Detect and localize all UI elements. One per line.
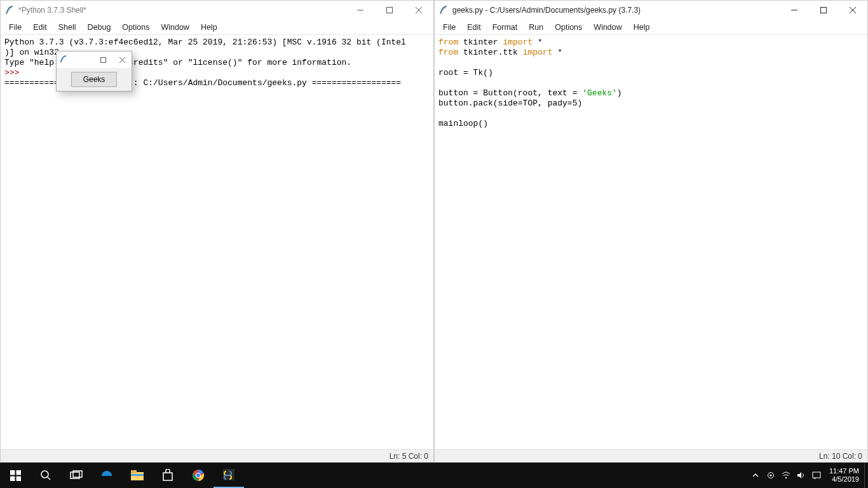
task-view-button[interactable]: [61, 463, 92, 488]
geeks-button[interactable]: Geeks: [71, 72, 118, 87]
shell-menu-debug[interactable]: Debug: [82, 21, 117, 34]
kw-import: import: [523, 48, 553, 57]
code-text: tkinter.ttk: [458, 48, 522, 57]
editor-menu-help[interactable]: Help: [628, 21, 656, 34]
kw-from: from: [438, 48, 458, 57]
code-text: *: [532, 37, 543, 47]
tk-body: Geeks: [57, 68, 132, 91]
python-idle-icon: [438, 5, 449, 15]
svg-point-15: [41, 471, 48, 478]
minimize-button[interactable]: [780, 1, 809, 20]
svg-rect-14: [16, 476, 20, 480]
taskbar[interactable]: 11:47 PM 4/5/2019: [0, 463, 868, 488]
svg-rect-30: [813, 472, 820, 478]
shell-menu-file[interactable]: File: [3, 21, 27, 34]
shell-menu-options[interactable]: Options: [116, 21, 155, 34]
editor-menubar: File Edit Format Run Options Window Help: [435, 20, 867, 35]
code-line: mainloop(): [438, 119, 488, 128]
editor-statusbar: Ln: 10 Col: 0: [435, 449, 867, 462]
taskbar-clock[interactable]: 11:47 PM 4/5/2019: [824, 467, 864, 484]
tk-close-button[interactable]: [112, 52, 132, 67]
editor-menu-file[interactable]: File: [437, 21, 461, 34]
editor-title: geeks.py - C:/Users/Admin/Documents/geek…: [452, 6, 780, 15]
tk-window[interactable]: Geeks: [56, 51, 132, 92]
search-button[interactable]: [31, 463, 61, 488]
show-desktop-button[interactable]: [864, 463, 868, 488]
start-button[interactable]: [0, 463, 31, 488]
shell-line-3a: Type "help: [4, 58, 54, 67]
edge-taskbar-icon[interactable]: [92, 463, 122, 488]
shell-window-controls: [346, 1, 433, 20]
tk-maximize-button[interactable]: [93, 52, 112, 67]
close-button[interactable]: [404, 1, 433, 20]
svg-rect-20: [131, 470, 137, 473]
svg-rect-22: [163, 473, 172, 480]
store-taskbar-icon[interactable]: [153, 463, 183, 488]
tk-feather-icon: [59, 55, 69, 65]
tk-titlebar[interactable]: [57, 51, 132, 68]
idle-taskbar-icon[interactable]: [214, 463, 244, 488]
taskbar-date: 4/5/2019: [829, 475, 859, 484]
shell-line-2: )] on win32: [4, 48, 59, 57]
editor-window: geeks.py - C:/Users/Admin/Documents/geek…: [434, 0, 868, 463]
tk-window-controls: [93, 52, 132, 67]
chrome-taskbar-icon[interactable]: [183, 463, 214, 488]
editor-menu-options[interactable]: Options: [549, 21, 588, 34]
tray-action-center-icon[interactable]: [809, 463, 824, 488]
shell-status-text: Ln: 5 Col: 0: [390, 452, 428, 461]
code-line: button = Button(root, text =: [438, 88, 582, 98]
editor-titlebar[interactable]: geeks.py - C:/Users/Admin/Documents/geek…: [435, 1, 867, 20]
tray-chevron-icon[interactable]: [748, 463, 763, 488]
editor-menu-format[interactable]: Format: [487, 21, 524, 34]
svg-rect-1: [387, 8, 393, 13]
taskbar-time: 11:47 PM: [829, 467, 859, 475]
code-text: ): [617, 88, 622, 98]
svg-rect-5: [821, 8, 827, 13]
shell-menu-edit[interactable]: Edit: [27, 21, 53, 34]
svg-point-29: [785, 477, 787, 478]
tray-location-icon[interactable]: [763, 463, 778, 488]
editor-status-text: Ln: 10 Col: 0: [819, 452, 862, 461]
svg-rect-11: [10, 470, 15, 475]
tray-wifi-icon[interactable]: [778, 463, 794, 488]
shell-menu-window[interactable]: Window: [155, 21, 194, 34]
svg-point-28: [770, 475, 771, 477]
maximize-button[interactable]: [375, 1, 404, 20]
shell-titlebar[interactable]: *Python 3.7.3 Shell*: [1, 1, 433, 20]
code-text: tkinter: [458, 37, 503, 47]
shell-line-1: Python 3.7.3 (v3.7.3:ef4ec6ed12, Mar 25 …: [4, 37, 406, 47]
svg-rect-12: [16, 470, 20, 475]
editor-menu-window[interactable]: Window: [588, 21, 627, 34]
code-line: button.pack(side=TOP, pady=5): [438, 98, 582, 108]
shell-menu-shell[interactable]: Shell: [53, 21, 82, 34]
shell-menu-help[interactable]: Help: [195, 21, 223, 34]
shell-restart-b: : C:/Users/Admin/Documents/geeks.py ====…: [133, 78, 401, 88]
kw-import: import: [503, 37, 532, 47]
maximize-button[interactable]: [809, 1, 838, 20]
minimize-button[interactable]: [346, 1, 375, 20]
editor-window-controls: [780, 1, 867, 20]
shell-content[interactable]: Python 3.7.3 (v3.7.3:ef4ec6ed12, Mar 25 …: [1, 35, 433, 449]
file-explorer-taskbar-icon[interactable]: [122, 463, 153, 488]
shell-menubar: File Edit Shell Debug Options Window Hel…: [1, 20, 433, 35]
kw-from: from: [438, 37, 458, 47]
editor-content[interactable]: from tkinter import * from tkinter.ttk i…: [435, 35, 867, 449]
desktop: *Python 3.7.3 Shell* File Edit Shell Deb…: [0, 0, 868, 463]
code-line: root = Tk(): [438, 68, 493, 78]
editor-menu-run[interactable]: Run: [523, 21, 549, 34]
svg-line-16: [48, 477, 50, 480]
shell-line-3b: "credits" or "license()" for more inform…: [123, 58, 351, 67]
editor-menu-edit[interactable]: Edit: [461, 21, 487, 34]
svg-rect-21: [131, 474, 144, 476]
close-button[interactable]: [838, 1, 867, 20]
system-tray: 11:47 PM 4/5/2019: [748, 463, 868, 488]
shell-title: *Python 3.7.3 Shell*: [18, 6, 346, 15]
shell-prompt: >>>: [4, 68, 19, 78]
shell-statusbar: Ln: 5 Col: 0: [1, 449, 433, 462]
tray-volume-icon[interactable]: [794, 463, 809, 488]
string-literal: 'Geeks': [582, 88, 617, 98]
python-idle-icon: [4, 5, 15, 15]
code-text: *: [552, 48, 562, 57]
svg-rect-8: [100, 57, 105, 62]
svg-point-25: [196, 473, 200, 477]
